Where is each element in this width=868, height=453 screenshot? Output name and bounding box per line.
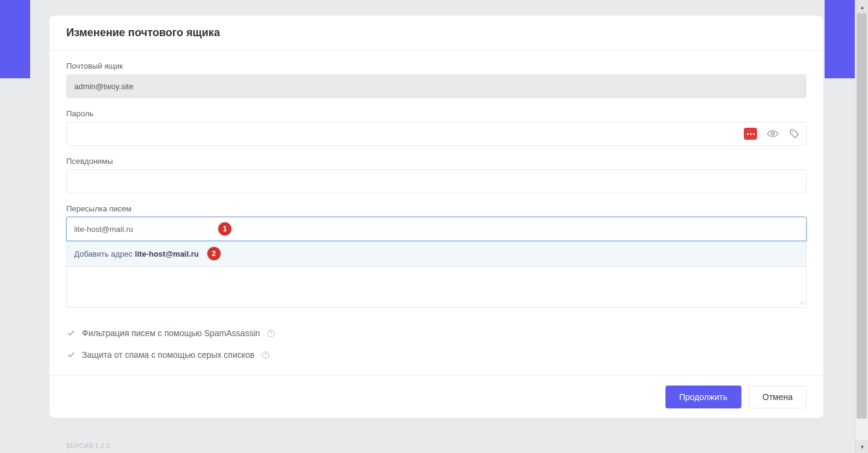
forward-suggest-prefix: Добавить адрес [74,249,133,258]
mailbox-value: admin@twoy.site [66,74,807,98]
forward-input[interactable] [66,217,807,241]
forward-suggest-item[interactable]: Добавить адрес lite-host@mail.ru 2 [66,241,807,267]
footer-version: ВЕРСИЯ 1.2.0 [66,443,110,449]
help-icon[interactable] [266,328,275,338]
svg-point-1 [791,131,793,132]
check-greylist-label: Защита от спама с помощью серых списков [82,350,254,360]
scrollbar-track[interactable] [855,13,868,440]
checkbox-spamassassin[interactable] [66,328,76,338]
aliases-label: Псевдонимы [66,157,807,166]
check-greylist-row: Защита от спама с помощью серых списков [66,344,807,366]
svg-point-3 [271,335,271,336]
annotation-badge-1: 1 [218,222,231,236]
forward-suggest-address: lite-host@mail.ru [135,249,199,258]
tag-icon[interactable] [788,128,800,140]
actions-bar: Продолжить Отмена [49,375,823,418]
card-header: Изменение почтового ящика [49,16,823,51]
cancel-button[interactable]: Отмена [749,386,807,408]
field-password: Пароль [66,109,807,146]
svg-point-5 [265,357,266,357]
scrollbar-down-arrow-icon[interactable]: ▾ [855,440,868,453]
check-spamassassin-label: Фильтрация писем с помощью SpamAssassin [82,328,260,338]
password-label: Пароль [66,109,807,118]
field-forward: Пересылка писем 1 Добавить адрес lite-ho… [66,204,807,308]
vertical-scrollbar[interactable]: ▴ ▾ [855,0,868,453]
svg-point-0 [772,133,775,136]
scrollbar-thumb[interactable] [857,13,867,419]
forward-label: Пересылка писем [66,204,807,213]
scrollbar-up-arrow-icon[interactable]: ▴ [855,0,868,13]
submit-button[interactable]: Продолжить [665,386,741,408]
field-aliases: Псевдонимы [66,157,807,193]
edit-mailbox-card: Изменение почтового ящика Почтовый ящик … [49,16,823,418]
page-title: Изменение почтового ящика [66,27,807,39]
password-generate-icon[interactable] [744,128,757,140]
password-input[interactable] [66,122,807,146]
accent-left-strip [0,0,30,78]
field-mailbox: Почтовый ящик admin@twoy.site [66,61,807,98]
mailbox-label: Почтовый ящик [66,61,807,70]
annotation-badge-2: 2 [207,247,221,260]
mailbox-value-text: admin@twoy.site [74,82,133,91]
password-visibility-icon[interactable] [767,128,779,140]
forward-textarea[interactable] [66,267,807,308]
help-icon[interactable] [260,350,270,360]
aliases-input[interactable] [66,169,807,193]
checkbox-greylist[interactable] [66,350,76,360]
check-spamassassin-row: Фильтрация писем с помощью SpamAssassin [66,322,807,344]
